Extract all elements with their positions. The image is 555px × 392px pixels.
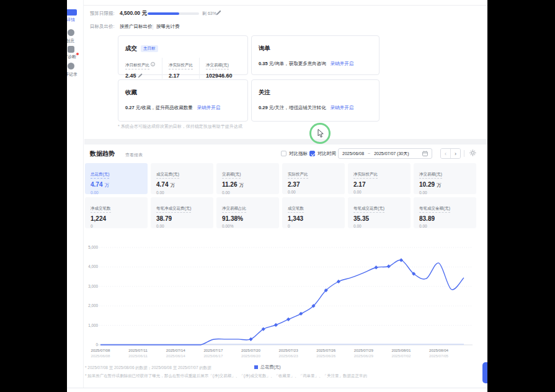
trend-metric-card-6[interactable]: 净成交笔数1,2240: [85, 197, 148, 228]
top-divider: [84, 5, 487, 6]
svg-text:2025/07/23: 2025/07/23: [279, 348, 299, 352]
history-icon[interactable]: [68, 63, 74, 69]
svg-text:4,000: 4,000: [88, 264, 98, 269]
svg-text:2025/07/20: 2025/07/20: [241, 348, 261, 352]
letterbox-left: [0, 0, 67, 392]
trend-metric-value: 83.89: [419, 215, 471, 222]
trend-metric-compare-value: 0.00: [419, 190, 471, 195]
budget-remaining: 剩 63%: [202, 11, 216, 17]
trend-metric-card-10[interactable]: 每笔成交花费(元)35.350.00: [348, 197, 411, 228]
metric-label: 净实际投产比: [169, 63, 193, 69]
trend-metric-value: 4.74 万: [91, 181, 142, 189]
trend-metric-label: 净成交笔数: [91, 206, 111, 213]
trend-metric-grid: 总花费(元)4.74 万0.00成交花费(元)4.74 万0.00交易额(元)1…: [85, 163, 476, 228]
trend-metric-compare-value: 0: [288, 224, 339, 228]
trend-metric-card-3[interactable]: 实际投产比2.370.00: [282, 163, 345, 194]
legend-swatch: [254, 365, 258, 369]
trend-metric-card-0[interactable]: 总花费(元)4.74 万0.00: [85, 163, 148, 194]
trend-metric-card-4[interactable]: 净实际投产比2.170.00: [348, 163, 411, 194]
trend-metric-card-5[interactable]: 净交易额(元)10.29 万0.00: [414, 163, 476, 194]
mouse-cursor: [317, 129, 324, 138]
trend-metric-label: 每笔净成交花费(元): [156, 206, 191, 213]
budget-value: 4,500.00 元: [120, 10, 147, 17]
trend-metric-label: 每笔成交金额(元): [419, 206, 450, 213]
calendar-icon: [422, 151, 428, 156]
toolbar-divider: [464, 150, 464, 157]
chart-legend-item[interactable]: 总花费(元): [254, 364, 281, 370]
metric-value: 102946.60: [206, 73, 234, 79]
goal-card-deal: 成交主目标 净目标投产比i 2.45 净实际投产比 2.17 净交易额(元) 1…: [118, 35, 248, 75]
svg-text:2025/07/02: 2025/07/02: [391, 354, 411, 358]
goal-card-title: 关注: [259, 89, 270, 97]
date-range-input[interactable]: 2025/06/08 ~ 2025/07/07 (30天): [338, 148, 432, 159]
date-separator: ~: [368, 151, 370, 156]
svg-text:2025/07/08: 2025/07/08: [91, 348, 111, 352]
trend-metric-value: 1,343: [288, 215, 339, 222]
settings-gear-icon[interactable]: [469, 149, 476, 156]
goal-card-title: 询单: [259, 45, 270, 53]
trend-metric-card-1[interactable]: 成交花费(元)4.74 万0.00: [151, 163, 213, 194]
adopt-enable-link[interactable]: 采纳并开启: [331, 61, 354, 66]
trend-metric-compare-value: 0.00: [353, 190, 405, 194]
trend-metric-label: 净交易额占比: [222, 206, 246, 213]
edit-budget-icon[interactable]: [216, 10, 221, 16]
trend-metric-value: 38.79: [156, 215, 208, 222]
goal-card-favorite: 收藏 0.27 元/收藏，提升商品收藏数量采纳并开启: [118, 79, 248, 122]
date-start: 2025/06/08: [342, 151, 364, 156]
trend-metric-compare-value: 0.00%: [222, 224, 273, 228]
trend-metric-compare-value: 0.00: [419, 224, 471, 228]
trend-metric-value: 4.74 万: [156, 181, 208, 189]
legend-label: 总花费(元): [260, 364, 281, 370]
next-period-button[interactable]: ›: [450, 149, 460, 158]
metric-label: 净目标投产比: [125, 63, 149, 69]
svg-text:2025/06/20: 2025/06/20: [241, 354, 261, 358]
trend-metric-card-9[interactable]: 成交笔数1,3430: [282, 197, 345, 228]
view-report-link[interactable]: 查看报表: [125, 152, 143, 158]
goal-cards-grid: 成交主目标 净目标投产比i 2.45 净实际投产比 2.17 净交易额(元) 1…: [118, 35, 380, 122]
edit-roi-icon[interactable]: [138, 73, 143, 78]
trend-metric-value: 2.37: [288, 181, 339, 188]
trend-metric-card-2[interactable]: 交易额(元)11.26 万0.00: [216, 163, 279, 194]
trend-metric-label: 实际投产比: [288, 172, 308, 179]
trend-metric-card-7[interactable]: 每笔净成交花费(元)38.790.00: [151, 197, 213, 228]
sidebar-item-creative[interactable]: 创意: [66, 38, 74, 44]
deal-metric-actual-roi: 净实际投产比 2.17: [162, 58, 199, 79]
svg-text:2025/07/29: 2025/07/29: [354, 348, 374, 352]
svg-text:2025/07/14: 2025/07/14: [166, 348, 186, 352]
trend-metric-compare-value: 0.00: [222, 190, 273, 195]
adopt-enable-link[interactable]: 采纳并开启: [331, 105, 354, 110]
bidding-option-goal[interactable]: 按推广目标出价: [120, 24, 153, 30]
svg-text:5,000: 5,000: [88, 245, 98, 249]
bidding-option-exposure[interactable]: 按曝光计费: [156, 24, 180, 30]
trend-metric-value: 35.35: [353, 215, 405, 222]
svg-text:2025/07/05: 2025/07/05: [429, 354, 449, 358]
trend-metric-label: 成交笔数: [288, 206, 304, 213]
trend-metric-value: 91.38%: [222, 215, 273, 222]
deal-metric-net-gmv: 净交易额(元) 102946.60: [199, 58, 241, 79]
svg-text:2025/07/11: 2025/07/11: [128, 348, 148, 352]
trend-title: 数据趋势: [90, 149, 115, 158]
compare-metric-label[interactable]: 对比指标: [289, 151, 308, 157]
svg-text:2025/06/26: 2025/06/26: [316, 354, 336, 358]
trend-metric-card-11[interactable]: 每笔成交金额(元)83.890.00: [414, 197, 476, 228]
diagnosis-icon[interactable]: [68, 46, 74, 53]
rail-divider: [83, 0, 84, 388]
goal-card-follow: 关注 0.29 元/关注，增强店铺关注转化采纳并开启: [251, 79, 380, 122]
svg-text:3,000: 3,000: [88, 284, 98, 288]
notification-dot: [76, 53, 79, 55]
chart-footnote-1: * 2025/07/08 至 2025/08/06 的数据；2025/06/08…: [85, 365, 211, 371]
info-icon[interactable]: i: [151, 62, 155, 66]
prev-period-button[interactable]: ‹: [441, 149, 450, 158]
compare-time-label[interactable]: 对比时间: [317, 151, 336, 157]
creative-icon[interactable]: [68, 29, 74, 36]
trend-metric-card-8[interactable]: 净交易额占比91.38%0.00%: [216, 197, 279, 228]
budget-label: 预算日限额:: [90, 11, 115, 17]
date-nav-buttons: ‹ ›: [440, 148, 461, 159]
adopt-enable-link[interactable]: 采纳并开启: [197, 105, 221, 110]
compare-time-checkbox[interactable]: [309, 151, 315, 156]
bottom-divider: [67, 388, 487, 388]
primary-goal-badge: 主目标: [141, 45, 158, 52]
compare-metric-checkbox[interactable]: [281, 151, 286, 156]
letterbox-right: [487, 0, 555, 392]
trend-metric-compare-value: 0.00: [156, 224, 208, 228]
